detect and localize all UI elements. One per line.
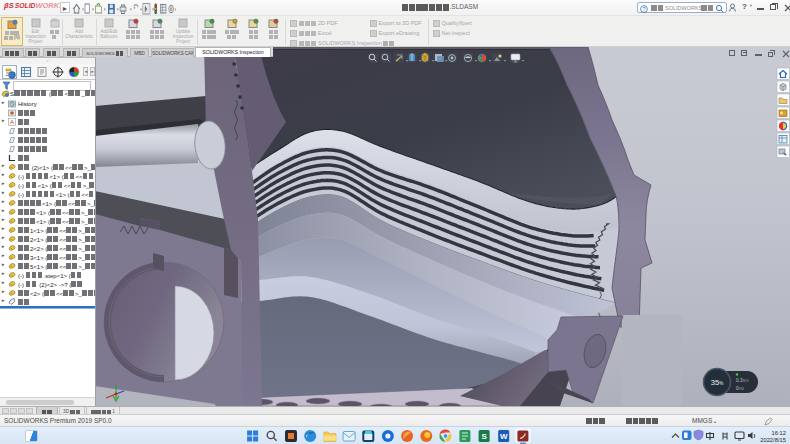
svg-text:2022/8/15: 2022/8/15: [760, 437, 786, 443]
svg-text:0KM: 0KM: [736, 386, 744, 391]
svg-text:S: S: [481, 432, 487, 441]
svg-text:▼: ▼: [174, 7, 176, 12]
svg-text:▼: ▼: [103, 7, 106, 12]
svg-text:0.3M/S: 0.3M/S: [736, 378, 750, 383]
svg-text:?: ?: [642, 6, 645, 12]
svg-text:▼: ▼: [116, 7, 119, 12]
svg-text:▼: ▼: [129, 7, 132, 12]
svg-text:16:12: 16:12: [771, 430, 786, 436]
svg-text:▼: ▼: [81, 7, 84, 12]
svg-text:A: A: [10, 119, 14, 125]
svg-text:▼: ▼: [152, 7, 155, 12]
svg-text:▼: ▼: [140, 7, 143, 12]
svg-text:▼: ▼: [92, 7, 95, 12]
svg-text:W: W: [500, 432, 508, 441]
